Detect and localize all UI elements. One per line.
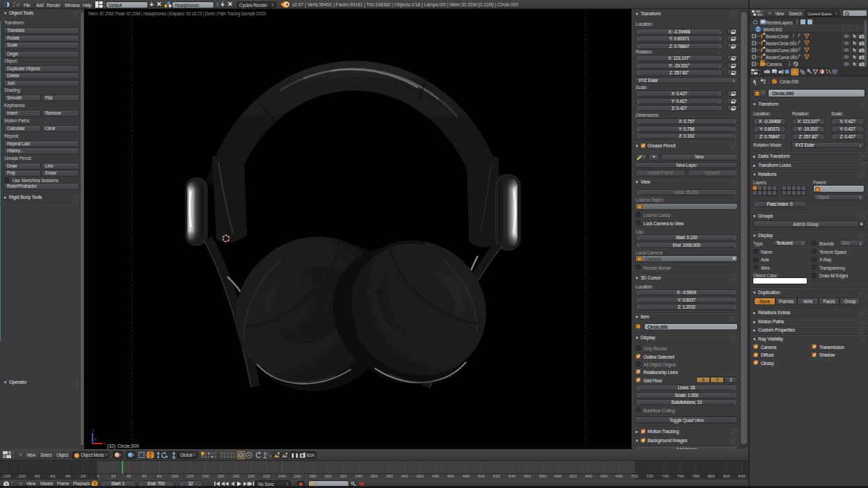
svg-text:400: 400 <box>401 473 409 478</box>
svg-text:⇕: ⇕ <box>269 453 273 457</box>
svg-text:220: 220 <box>263 473 271 478</box>
svg-text:620: 620 <box>570 473 577 478</box>
svg-text:˄: ˄ <box>11 481 13 485</box>
svg-text:-40: -40 <box>64 473 71 478</box>
svg-text:540: 540 <box>508 473 516 478</box>
svg-text:760: 760 <box>677 473 684 478</box>
svg-text:660: 660 <box>600 473 608 478</box>
svg-text:200: 200 <box>248 473 255 478</box>
svg-text:Circle.000: Circle.000 <box>780 79 799 84</box>
svg-text:840: 840 <box>739 473 746 478</box>
svg-text:180: 180 <box>232 473 240 478</box>
svg-text:BezierCircle: BezierCircle <box>766 34 789 39</box>
svg-text:320: 320 <box>339 473 347 478</box>
svg-text:740: 740 <box>661 473 669 478</box>
svg-text:600: 600 <box>554 473 562 478</box>
svg-text:BezierCurve.001: BezierCurve.001 <box>766 55 798 60</box>
svg-text:480: 480 <box>463 473 470 478</box>
svg-text:Camera: Camera <box>766 62 782 67</box>
svg-text:820: 820 <box>723 473 730 478</box>
svg-text:-20: -20 <box>80 473 87 478</box>
svg-text:560: 560 <box>524 473 531 478</box>
svg-text:0: 0 <box>97 473 99 478</box>
svg-text:-60: -60 <box>49 473 56 478</box>
svg-text:-80: -80 <box>33 473 40 478</box>
svg-text:140: 140 <box>202 473 209 478</box>
svg-text:380: 380 <box>386 473 394 478</box>
svg-text:y: y <box>95 437 97 441</box>
svg-text:z: z <box>93 428 95 432</box>
svg-text:800: 800 <box>707 473 715 478</box>
svg-text:100: 100 <box>171 473 179 478</box>
svg-text:120: 120 <box>186 473 194 478</box>
svg-text:360: 360 <box>371 473 378 478</box>
svg-text:520: 520 <box>493 473 501 478</box>
svg-text:80: 80 <box>157 473 162 478</box>
svg-text:˅: ˅ <box>759 73 761 76</box>
svg-text:(32) Circle.000: (32) Circle.000 <box>107 444 139 449</box>
svg-text:280: 280 <box>309 473 316 478</box>
svg-text:240: 240 <box>278 473 286 478</box>
svg-text:World.002: World.002 <box>763 27 782 32</box>
svg-text:300: 300 <box>324 473 332 478</box>
svg-text:Mem: 87.20M, Peak: 87.20M | He: Mem: 87.20M, Peak: 87.20M | Headphones |… <box>88 11 266 17</box>
svg-text:x: x <box>104 441 106 446</box>
svg-text:-100: -100 <box>17 473 26 478</box>
svg-text:-120: -120 <box>2 473 11 478</box>
svg-text:580: 580 <box>539 473 547 478</box>
svg-text:720: 720 <box>646 473 654 478</box>
svg-text:680: 680 <box>616 473 623 478</box>
svg-text:RenderLayers: RenderLayers <box>766 20 793 26</box>
svg-text:260: 260 <box>294 473 301 478</box>
svg-text:440: 440 <box>432 473 440 478</box>
svg-text:500: 500 <box>478 473 485 478</box>
svg-text:60: 60 <box>142 473 147 478</box>
svg-text:˅: ˅ <box>762 14 764 17</box>
svg-text:460: 460 <box>447 473 455 478</box>
svg-text:›: › <box>768 80 769 84</box>
svg-text:640: 640 <box>585 473 593 478</box>
svg-text:700: 700 <box>631 473 638 478</box>
svg-text:420: 420 <box>417 473 424 478</box>
svg-text:˅: ˅ <box>13 456 15 459</box>
svg-text:i: i <box>6 1 7 8</box>
svg-text:40: 40 <box>127 473 131 478</box>
svg-text:BezierCircle.001: BezierCircle.001 <box>766 41 797 46</box>
svg-text:340: 340 <box>355 473 363 478</box>
svg-text:˄: ˄ <box>13 452 15 455</box>
svg-text:˄: ˄ <box>759 69 761 72</box>
svg-text:780: 780 <box>692 473 700 478</box>
svg-text:160: 160 <box>217 473 225 478</box>
svg-text:BezierCurve.000: BezierCurve.000 <box>766 48 798 53</box>
svg-text:20: 20 <box>111 473 116 478</box>
